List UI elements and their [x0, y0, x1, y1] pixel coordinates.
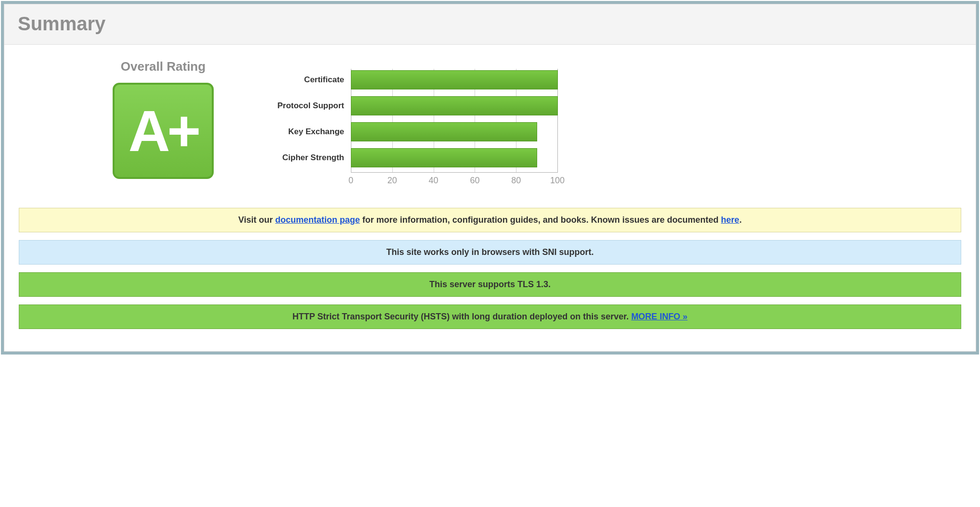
rating-label: Overall Rating [105, 59, 221, 74]
chart-tick-label: 0 [348, 176, 353, 186]
notice-tls: This server supports TLS 1.3. [19, 272, 961, 297]
chart-label: Key Exchange [240, 121, 344, 143]
outer-frame: Summary Overall Rating A+ Certificate Pr… [1, 1, 979, 355]
chart-label: Cipher Strength [240, 147, 344, 169]
panel-header: Summary [4, 4, 976, 45]
chart-bars [351, 69, 558, 169]
chart-bar [351, 122, 537, 141]
panel-body: Overall Rating A+ Certificate Protocol S… [4, 45, 976, 351]
documentation-link[interactable]: documentation page [275, 215, 360, 225]
notice-text: . [739, 215, 742, 225]
grade-text: A+ [129, 102, 198, 160]
chart-bar [351, 70, 558, 89]
notice-text: for more information, configuration guid… [360, 215, 721, 225]
chart-tick-label: 80 [511, 176, 521, 186]
chart-tick-label: 60 [470, 176, 479, 186]
chart-bar [351, 96, 558, 115]
chart-x-axis: 0 20 40 60 80 100 [351, 172, 558, 173]
notice-hsts: HTTP Strict Transport Security (HSTS) wi… [19, 304, 961, 329]
notice-text: This server supports TLS 1.3. [429, 279, 551, 289]
panel-title: Summary [18, 13, 962, 35]
notice-text: Visit our [238, 215, 275, 225]
notice-documentation: Visit our documentation page for more in… [19, 208, 961, 232]
score-chart: Certificate Protocol Support Key Exchang… [240, 59, 961, 173]
chart-bar [351, 148, 537, 167]
rating-column: Overall Rating A+ [19, 59, 221, 179]
notice-sni: This site works only in browsers with SN… [19, 240, 961, 265]
chart-label: Certificate [240, 69, 344, 91]
top-row: Overall Rating A+ Certificate Protocol S… [19, 59, 961, 179]
notice-text: This site works only in browsers with SN… [386, 247, 593, 257]
chart-tick-label: 20 [387, 176, 397, 186]
chart-category-labels: Certificate Protocol Support Key Exchang… [240, 69, 351, 173]
chart-plot-area: 0 20 40 60 80 100 [351, 69, 558, 173]
chart-tick-label: 100 [550, 176, 565, 186]
chart-label: Protocol Support [240, 95, 344, 117]
chart-tick-label: 40 [429, 176, 438, 186]
known-issues-link[interactable]: here [721, 215, 739, 225]
hsts-more-info-link[interactable]: MORE INFO » [631, 312, 687, 321]
summary-panel: Summary Overall Rating A+ Certificate Pr… [4, 4, 976, 352]
notice-text: HTTP Strict Transport Security (HSTS) wi… [293, 312, 632, 321]
grade-badge: A+ [113, 83, 214, 179]
